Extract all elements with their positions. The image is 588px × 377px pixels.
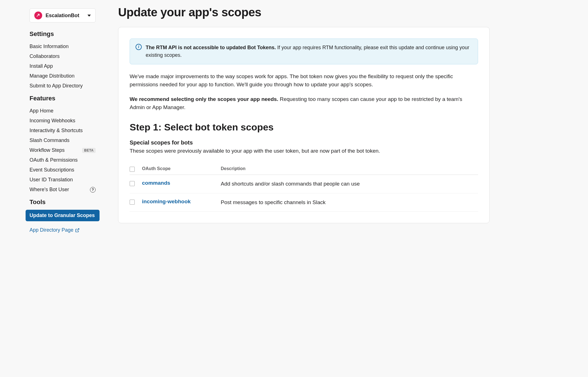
checkbox-select-all[interactable] <box>130 167 135 172</box>
scope-desc: Add shortcuts and/or slash commands that… <box>221 180 478 188</box>
checkbox-commands[interactable] <box>130 181 135 186</box>
nav-manage-distribution[interactable]: Manage Distribution <box>30 71 96 81</box>
section-title-tools: Tools <box>30 198 96 206</box>
app-icon <box>34 12 42 19</box>
checkbox-incoming-webhook[interactable] <box>130 200 135 205</box>
scope-table: OAuth Scope Description commands Add sho… <box>130 163 478 212</box>
sidebar: EscalationBot Settings Basic Information… <box>0 0 107 377</box>
nav-install-app[interactable]: Install App <box>30 61 96 71</box>
info-box: i The RTM API is not accessible to updat… <box>130 39 478 64</box>
nav-slash-commands[interactable]: Slash Commands <box>30 136 96 145</box>
nav-oauth-permissions[interactable]: OAuth & Permissions <box>30 155 96 165</box>
scope-desc: Post messages to specific channels in Sl… <box>221 198 478 207</box>
app-selector-dropdown[interactable]: EscalationBot <box>30 8 96 22</box>
beta-badge: BETA <box>82 148 96 153</box>
external-link-icon <box>75 228 80 232</box>
table-header: OAuth Scope Description <box>130 163 478 175</box>
info-icon: i <box>136 44 142 50</box>
header-oauth-scope: OAuth Scope <box>142 166 221 171</box>
nav-list-tools: Update to Granular Scopes <box>30 210 96 221</box>
scope-link-incoming-webhook[interactable]: incoming-webhook <box>142 198 221 205</box>
section-title-features: Features <box>30 95 96 102</box>
nav-incoming-webhooks[interactable]: Incoming Webhooks <box>30 116 96 126</box>
app-directory-page-link[interactable]: App Directory Page <box>30 225 96 235</box>
info-text: The RTM API is not accessible to updated… <box>146 44 472 59</box>
page-title: Update your app's scopes <box>118 6 490 19</box>
step-title: Step 1: Select bot token scopes <box>130 122 478 133</box>
nav-wheres-bot-user[interactable]: Where's Bot User ? <box>30 185 96 195</box>
subsection-desc: These scopes were previously available t… <box>130 147 478 155</box>
nav-update-granular-scopes[interactable]: Update to Granular Scopes <box>26 210 100 221</box>
nav-user-id-translation[interactable]: User ID Translation <box>30 175 96 185</box>
scope-link-commands[interactable]: commands <box>142 180 221 186</box>
header-description: Description <box>221 166 478 171</box>
nav-submit-app-directory[interactable]: Submit to App Directory <box>30 81 96 91</box>
subsection-title: Special scopes for bots <box>130 139 478 146</box>
table-row: incoming-webhook Post messages to specif… <box>130 193 478 212</box>
recommend-text: We recommend selecting only the scopes y… <box>130 95 478 112</box>
app-name: EscalationBot <box>46 13 79 19</box>
table-row: commands Add shortcuts and/or slash comm… <box>130 175 478 193</box>
nav-event-subscriptions[interactable]: Event Subscriptions <box>30 165 96 175</box>
content-card: i The RTM API is not accessible to updat… <box>118 27 490 223</box>
nav-list-features: App Home Incoming Webhooks Interactivity… <box>30 106 96 195</box>
nav-collaborators[interactable]: Collaborators <box>30 51 96 61</box>
help-icon[interactable]: ? <box>90 187 96 193</box>
nav-interactivity-shortcuts[interactable]: Interactivity & Shortcuts <box>30 126 96 136</box>
section-title-settings: Settings <box>30 30 96 38</box>
nav-workflow-steps[interactable]: Workflow Steps BETA <box>30 145 96 155</box>
nav-list-settings: Basic Information Collaborators Install … <box>30 42 96 91</box>
nav-app-home[interactable]: App Home <box>30 106 96 116</box>
intro-text: We've made major improvements to the way… <box>130 72 478 89</box>
nav-basic-information[interactable]: Basic Information <box>30 42 96 51</box>
caret-down-icon <box>87 15 91 17</box>
main-content: Update your app's scopes i The RTM API i… <box>107 0 588 377</box>
